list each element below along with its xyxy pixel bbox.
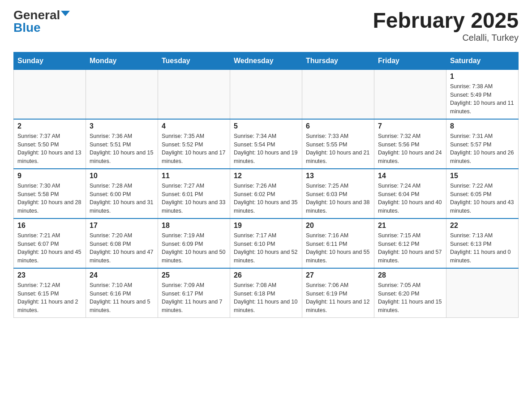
calendar-day-cell: 3Sunrise: 7:36 AMSunset: 5:51 PMDaylight… (86, 119, 158, 169)
calendar-day-cell: 6Sunrise: 7:33 AMSunset: 5:55 PMDaylight… (302, 119, 374, 169)
col-monday: Monday (86, 52, 158, 69)
calendar-day-cell (14, 69, 86, 119)
logo-blue-text: Blue (13, 21, 41, 34)
day-info: Sunrise: 7:28 AMSunset: 6:00 PMDaylight:… (90, 182, 154, 215)
day-number: 23 (17, 271, 82, 279)
calendar-table: Sunday Monday Tuesday Wednesday Thursday… (13, 52, 519, 318)
day-number: 16 (17, 222, 82, 230)
calendar-day-cell: 19Sunrise: 7:17 AMSunset: 6:10 PMDayligh… (230, 218, 302, 268)
calendar-day-cell: 11Sunrise: 7:27 AMSunset: 6:01 PMDayligh… (158, 169, 230, 218)
logo-general-text: General (13, 9, 60, 21)
day-number: 3 (90, 122, 154, 130)
day-info: Sunrise: 7:33 AMSunset: 5:55 PMDaylight:… (306, 132, 370, 166)
day-number: 26 (234, 271, 298, 279)
day-number: 5 (234, 122, 298, 130)
day-info: Sunrise: 7:38 AMSunset: 5:49 PMDaylight:… (450, 82, 515, 116)
day-info: Sunrise: 7:30 AMSunset: 5:58 PMDaylight:… (17, 182, 82, 215)
day-number: 2 (17, 122, 82, 130)
calendar-day-cell: 1Sunrise: 7:38 AMSunset: 5:49 PMDaylight… (446, 69, 519, 119)
day-info: Sunrise: 7:27 AMSunset: 6:01 PMDaylight:… (162, 182, 226, 215)
day-info: Sunrise: 7:34 AMSunset: 5:54 PMDaylight:… (234, 132, 298, 166)
day-info: Sunrise: 7:20 AMSunset: 6:08 PMDaylight:… (90, 231, 154, 265)
calendar-day-cell: 20Sunrise: 7:16 AMSunset: 6:11 PMDayligh… (302, 218, 374, 268)
day-number: 9 (17, 172, 82, 180)
page-header: General Blue February 2025 Celalli, Turk… (13, 9, 519, 43)
day-number: 21 (378, 222, 442, 230)
calendar-day-cell: 16Sunrise: 7:21 AMSunset: 6:07 PMDayligh… (14, 218, 86, 268)
calendar-week-row: 9Sunrise: 7:30 AMSunset: 5:58 PMDaylight… (14, 169, 519, 218)
col-friday: Friday (374, 52, 446, 69)
calendar-day-cell: 8Sunrise: 7:31 AMSunset: 5:57 PMDaylight… (446, 119, 519, 169)
day-number: 25 (162, 271, 226, 279)
day-info: Sunrise: 7:16 AMSunset: 6:11 PMDaylight:… (306, 231, 370, 265)
calendar-day-cell: 5Sunrise: 7:34 AMSunset: 5:54 PMDaylight… (230, 119, 302, 169)
day-info: Sunrise: 7:12 AMSunset: 6:15 PMDaylight:… (17, 281, 82, 315)
day-info: Sunrise: 7:36 AMSunset: 5:51 PMDaylight:… (90, 132, 154, 166)
calendar-day-cell (446, 268, 519, 318)
day-number: 28 (378, 271, 442, 279)
day-number: 27 (306, 271, 370, 279)
calendar-day-cell (158, 69, 230, 119)
calendar-week-row: 23Sunrise: 7:12 AMSunset: 6:15 PMDayligh… (14, 268, 519, 318)
day-number: 4 (162, 122, 226, 130)
calendar-day-cell: 9Sunrise: 7:30 AMSunset: 5:58 PMDaylight… (14, 169, 86, 218)
day-number: 17 (90, 222, 154, 230)
col-saturday: Saturday (446, 52, 519, 69)
day-info: Sunrise: 7:06 AMSunset: 6:19 PMDaylight:… (306, 281, 370, 315)
calendar-day-cell: 2Sunrise: 7:37 AMSunset: 5:50 PMDaylight… (14, 119, 86, 169)
day-info: Sunrise: 7:17 AMSunset: 6:10 PMDaylight:… (234, 231, 298, 265)
col-tuesday: Tuesday (158, 52, 230, 69)
calendar-day-cell: 27Sunrise: 7:06 AMSunset: 6:19 PMDayligh… (302, 268, 374, 318)
calendar-location: Celalli, Turkey (373, 33, 519, 43)
title-block: February 2025 Celalli, Turkey (373, 9, 519, 43)
calendar-day-cell (302, 69, 374, 119)
day-number: 19 (234, 222, 298, 230)
day-number: 1 (450, 73, 515, 81)
day-info: Sunrise: 7:22 AMSunset: 6:05 PMDaylight:… (450, 182, 515, 215)
calendar-day-cell: 28Sunrise: 7:05 AMSunset: 6:20 PMDayligh… (374, 268, 446, 318)
calendar-day-cell: 7Sunrise: 7:32 AMSunset: 5:56 PMDaylight… (374, 119, 446, 169)
day-info: Sunrise: 7:09 AMSunset: 6:17 PMDaylight:… (162, 281, 226, 315)
calendar-day-cell: 21Sunrise: 7:15 AMSunset: 6:12 PMDayligh… (374, 218, 446, 268)
day-info: Sunrise: 7:25 AMSunset: 6:03 PMDaylight:… (306, 182, 370, 215)
day-number: 12 (234, 172, 298, 180)
day-info: Sunrise: 7:19 AMSunset: 6:09 PMDaylight:… (162, 231, 226, 265)
day-number: 20 (306, 222, 370, 230)
calendar-day-cell: 18Sunrise: 7:19 AMSunset: 6:09 PMDayligh… (158, 218, 230, 268)
calendar-day-cell: 4Sunrise: 7:35 AMSunset: 5:52 PMDaylight… (158, 119, 230, 169)
col-sunday: Sunday (14, 52, 86, 69)
calendar-day-cell: 24Sunrise: 7:10 AMSunset: 6:16 PMDayligh… (86, 268, 158, 318)
day-info: Sunrise: 7:35 AMSunset: 5:52 PMDaylight:… (162, 132, 226, 166)
day-number: 13 (306, 172, 370, 180)
calendar-week-row: 1Sunrise: 7:38 AMSunset: 5:49 PMDaylight… (14, 69, 519, 119)
calendar-day-cell (86, 69, 158, 119)
calendar-day-cell: 10Sunrise: 7:28 AMSunset: 6:00 PMDayligh… (86, 169, 158, 218)
day-info: Sunrise: 7:05 AMSunset: 6:20 PMDaylight:… (378, 281, 442, 315)
day-info: Sunrise: 7:10 AMSunset: 6:16 PMDaylight:… (90, 281, 154, 315)
calendar-day-cell: 12Sunrise: 7:26 AMSunset: 6:02 PMDayligh… (230, 169, 302, 218)
col-thursday: Thursday (302, 52, 374, 69)
day-info: Sunrise: 7:32 AMSunset: 5:56 PMDaylight:… (378, 132, 442, 166)
calendar-day-cell (374, 69, 446, 119)
calendar-day-cell: 22Sunrise: 7:13 AMSunset: 6:13 PMDayligh… (446, 218, 519, 268)
calendar-day-cell (230, 69, 302, 119)
calendar-title: February 2025 (373, 9, 519, 33)
day-number: 18 (162, 222, 226, 230)
day-info: Sunrise: 7:24 AMSunset: 6:04 PMDaylight:… (378, 182, 442, 215)
day-info: Sunrise: 7:08 AMSunset: 6:18 PMDaylight:… (234, 281, 298, 315)
calendar-day-cell: 25Sunrise: 7:09 AMSunset: 6:17 PMDayligh… (158, 268, 230, 318)
day-number: 24 (90, 271, 154, 279)
calendar-day-cell: 15Sunrise: 7:22 AMSunset: 6:05 PMDayligh… (446, 169, 519, 218)
day-info: Sunrise: 7:13 AMSunset: 6:13 PMDaylight:… (450, 231, 515, 265)
day-number: 22 (450, 222, 515, 230)
day-number: 11 (162, 172, 226, 180)
calendar-day-cell: 13Sunrise: 7:25 AMSunset: 6:03 PMDayligh… (302, 169, 374, 218)
day-number: 6 (306, 122, 370, 130)
calendar-day-cell: 17Sunrise: 7:20 AMSunset: 6:08 PMDayligh… (86, 218, 158, 268)
calendar-day-cell: 14Sunrise: 7:24 AMSunset: 6:04 PMDayligh… (374, 169, 446, 218)
day-number: 14 (378, 172, 442, 180)
day-number: 15 (450, 172, 515, 180)
calendar-week-row: 16Sunrise: 7:21 AMSunset: 6:07 PMDayligh… (14, 218, 519, 268)
calendar-week-row: 2Sunrise: 7:37 AMSunset: 5:50 PMDaylight… (14, 119, 519, 169)
day-number: 10 (90, 172, 154, 180)
